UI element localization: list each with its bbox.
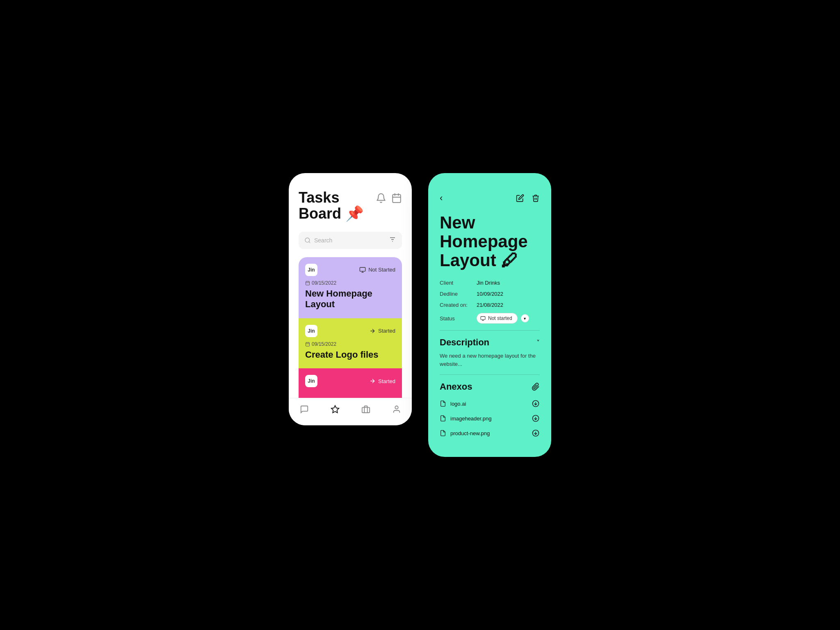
svg-rect-16	[306, 342, 310, 346]
client-row: Client Jin Drinks	[440, 280, 540, 286]
header-icons	[376, 193, 402, 203]
deadline-row: Dedline 10/09/2022	[440, 291, 540, 297]
created-value: 21/08/2022	[477, 302, 503, 308]
status-2: Started	[369, 328, 395, 334]
file-name-1: logo.ai	[450, 401, 532, 407]
filter-icon[interactable]	[389, 236, 396, 245]
search-placeholder: Search	[314, 237, 332, 244]
svg-point-4	[305, 238, 310, 242]
file-name-3: product-new.png	[450, 430, 532, 436]
calendar-icon[interactable]	[391, 193, 402, 203]
created-label: Created on:	[440, 302, 477, 308]
detail-title: New Homepage Layout 🖊	[440, 213, 540, 270]
anexos-section-header: Anexos	[440, 381, 540, 392]
paperclip-icon	[532, 383, 540, 391]
client-value: Jin Drinks	[477, 280, 500, 286]
svg-rect-22	[481, 316, 485, 320]
deadline-value: 10/09/2022	[477, 291, 503, 297]
avatar-1: Jin	[305, 264, 317, 276]
svg-point-21	[395, 406, 398, 409]
file-row-2[interactable]: imageheader.png	[440, 411, 540, 426]
card-title-2: Create Logo files	[305, 349, 395, 360]
phone-right: ‹ New Homepage Layout 🖊 Client Jin Drink…	[428, 173, 551, 457]
task-card-1[interactable]: Jin Not Started 09/15/2022 New HomepageL…	[299, 257, 402, 318]
description-section-header: Description ˅	[440, 337, 540, 348]
status-1: Not Started	[359, 267, 395, 273]
created-row: Created on: 21/08/2022	[440, 302, 540, 308]
status-control[interactable]: Not started ▾	[477, 313, 529, 324]
description-title: Description	[440, 337, 489, 348]
description-toggle[interactable]: ˅	[536, 339, 540, 347]
edit-icon[interactable]	[516, 194, 524, 202]
avatar-2: Jin	[305, 325, 317, 337]
download-icon-1[interactable]	[532, 399, 540, 408]
phone-title: Tasks Board 📌	[299, 189, 364, 222]
delete-icon[interactable]	[532, 194, 540, 202]
card-title-1: New HomepageLayout	[305, 288, 395, 310]
download-icon-2[interactable]	[532, 414, 540, 422]
file-row-1[interactable]: logo.ai	[440, 396, 540, 411]
file-icon-1	[440, 400, 446, 407]
right-top-bar: ‹	[440, 193, 540, 203]
svg-rect-9	[360, 267, 365, 271]
status-row: Status Not started ▾	[440, 313, 540, 324]
phone-left: Tasks Board 📌	[289, 173, 412, 425]
divider-2	[440, 374, 540, 375]
client-label: Client	[440, 280, 477, 286]
bottom-nav	[289, 398, 412, 425]
file-icon-3	[440, 430, 446, 436]
nav-pin-icon[interactable]	[331, 405, 340, 414]
left-header: Tasks Board 📌	[299, 189, 402, 222]
nav-chat-icon[interactable]	[300, 405, 309, 414]
status-pill-text: Not started	[488, 315, 512, 321]
file-icon-2	[440, 415, 446, 422]
search-bar[interactable]: Search	[299, 232, 402, 249]
status-dropdown[interactable]: ▾	[521, 314, 529, 322]
svg-rect-12	[306, 281, 310, 285]
status-label: Status	[440, 315, 477, 322]
file-name-2: imageheader.png	[450, 415, 532, 422]
status-3: Started	[369, 378, 395, 384]
back-button[interactable]: ‹	[440, 193, 443, 203]
status-pill[interactable]: Not started	[477, 313, 518, 324]
download-icon-3[interactable]	[532, 429, 540, 437]
avatar-3: Jin	[305, 375, 317, 387]
nav-user-icon[interactable]	[392, 405, 401, 414]
bell-icon[interactable]	[376, 193, 386, 203]
deadline-label: Dedline	[440, 291, 477, 297]
svg-rect-20	[362, 407, 369, 413]
card-date-1: 09/15/2022	[305, 280, 395, 286]
file-row-3[interactable]: product-new.png	[440, 426, 540, 441]
top-actions	[516, 194, 540, 202]
svg-line-5	[309, 242, 310, 243]
divider-1	[440, 330, 540, 331]
search-icon	[304, 237, 311, 244]
nav-briefcase-icon[interactable]	[361, 405, 370, 414]
task-card-2[interactable]: Jin Started 09/15/2022 Create Logo files	[299, 318, 402, 368]
task-card-3[interactable]: Jin Started	[299, 368, 402, 398]
scene: Tasks Board 📌	[272, 148, 568, 482]
card-date-2: 09/15/2022	[305, 341, 395, 347]
description-text: We need a new homepage layout for the we…	[440, 352, 540, 368]
svg-rect-0	[393, 194, 401, 203]
anexos-title: Anexos	[440, 381, 472, 392]
